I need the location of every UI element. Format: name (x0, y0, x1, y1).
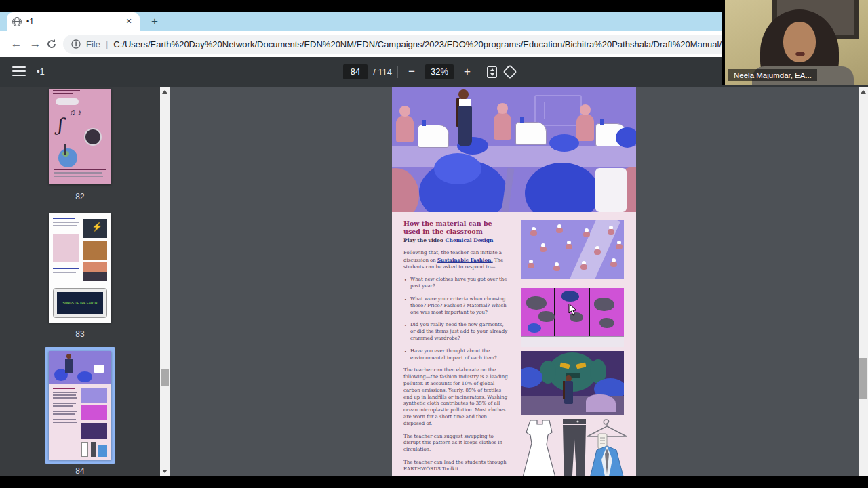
cloud-shape (56, 98, 79, 105)
thumb-decor (53, 394, 76, 396)
subheading-text: Play the video (403, 237, 445, 243)
paragraph-lead: The teacher can lead the students throug… (403, 460, 508, 473)
chemical-design-link[interactable]: Chemical Design (445, 237, 493, 243)
page-total: / 114 (373, 67, 392, 77)
mini-dress (81, 442, 88, 457)
mouse-cursor-icon (568, 303, 578, 319)
cloth-shape (526, 296, 547, 310)
url-scheme: File (86, 39, 100, 49)
thumbnail-page-83[interactable]: ⚡ SONGS OF THE EARTH (49, 214, 111, 323)
thumb-decor (54, 169, 106, 170)
thumb-decor (53, 405, 73, 407)
thumb-decor (53, 222, 79, 223)
girl-pinafore (458, 106, 472, 146)
thumb-decor (53, 403, 76, 404)
thumbnail-label-84: 84 (49, 466, 111, 476)
thumb-decor (53, 234, 79, 262)
page-input[interactable]: 84 (343, 64, 368, 79)
article-heading: How the material can be used in the clas… (403, 220, 508, 235)
thumbnail-panel: ♫ ♪ ʃ 82 ⚡ SONGS OF THE EARTH 83 (0, 87, 160, 476)
mini-wardrobe-image (81, 405, 107, 420)
reload-icon[interactable] (43, 36, 60, 52)
cloth-shape (599, 318, 614, 328)
portrait-photo (84, 128, 102, 146)
worker-head (580, 104, 591, 115)
thumb-decor (53, 388, 75, 389)
thumb-decor (94, 365, 104, 373)
thumb-decor (53, 218, 75, 219)
zoom-in-button[interactable]: + (459, 65, 475, 79)
crowd-person (580, 261, 587, 270)
thumbnail-scrollbar[interactable] (160, 87, 170, 476)
scroll-up-icon[interactable] (861, 90, 866, 94)
url-path: C:/Users/Earth%20Day%20Network/Documents… (113, 39, 817, 49)
toolbar-divider (397, 66, 398, 78)
crowd-person (566, 241, 572, 249)
url-separator: | (106, 39, 108, 49)
machine-foreground (595, 168, 627, 212)
discussion-bullets: What new clothes have you got over the p… (403, 277, 508, 361)
cloth-pile (616, 127, 636, 148)
rotate-icon[interactable] (502, 64, 517, 79)
zoom-out-button[interactable]: − (403, 65, 420, 79)
thumbnail-page-84[interactable] (49, 351, 111, 460)
thumb-decor (53, 93, 73, 94)
girl-head (458, 89, 469, 100)
thumb-decor (53, 397, 77, 399)
thumb-decor (53, 392, 77, 393)
browser-tab[interactable]: •1 × (7, 12, 140, 30)
webcam-tile[interactable]: Neela Majumdar, EA... (722, 0, 868, 85)
main-scrollbar[interactable] (859, 87, 868, 476)
globe-icon (12, 17, 22, 26)
crowd-person (528, 260, 534, 268)
work-table (392, 146, 636, 167)
fit-to-page-icon[interactable] (487, 66, 497, 78)
zoom-input[interactable]: 32% (425, 64, 454, 79)
crowd-person (530, 227, 537, 236)
worker-figure (576, 114, 594, 141)
sustainable-fashion-link[interactable]: Sustainable Fashion, (437, 257, 493, 263)
rock-shape (586, 394, 616, 412)
thumb-decor (53, 413, 75, 415)
scrollbar-thumb[interactable] (161, 369, 169, 386)
mini-pants (91, 442, 96, 457)
bullet-item: What new clothes have you got over the p… (403, 277, 508, 290)
scroll-down-icon[interactable] (162, 470, 167, 473)
participant-face (783, 22, 816, 62)
sewing-machine (418, 125, 449, 148)
paragraph-swap: The teacher can suggest swapping to disr… (403, 434, 508, 453)
tab-title: •1 (26, 17, 119, 26)
tab-close-icon[interactable]: × (123, 16, 134, 27)
thumb-decor (65, 359, 73, 373)
scroll-up-icon[interactable] (162, 90, 167, 94)
jacket-icon (588, 446, 626, 476)
crowd-person (608, 226, 614, 235)
menu-icon[interactable] (12, 66, 26, 77)
thumbnail-label-82: 82 (49, 192, 111, 201)
pdf-title: •1 (37, 66, 45, 77)
forward-icon[interactable]: → (27, 36, 43, 52)
music-notes: ♫ ♪ (69, 108, 81, 117)
scrollbar-thumb[interactable] (859, 358, 867, 399)
thumb-decor (53, 225, 77, 226)
worker-figure (396, 115, 414, 142)
intro-paragraph: Following that, the teacher can initiate… (403, 250, 508, 270)
new-tab-button[interactable]: + (148, 15, 161, 28)
sunset-image (83, 262, 107, 281)
thumb-decor (53, 272, 76, 273)
pdf-page: How the material can be used in the clas… (392, 87, 636, 476)
back-icon[interactable]: ← (8, 36, 24, 52)
thumbnail-page-82[interactable]: ♫ ♪ ʃ (49, 89, 111, 184)
article-subheading: Play the video Chemical Design (403, 237, 508, 244)
bullet-item: What were your criteria when choosing th… (403, 296, 508, 316)
paragraph-elaborate: The teacher can then elaborate on the fo… (403, 367, 508, 427)
participant-mouth (795, 52, 805, 56)
crowd-person (556, 224, 563, 233)
mini-jacket (98, 445, 107, 457)
cloth-monster-image (521, 351, 624, 415)
crowd-person (610, 258, 617, 267)
crumpled-clothes (521, 336, 624, 347)
mini-crowd-image (81, 388, 107, 403)
video-screen: SONGS OF THE EARTH (57, 292, 103, 314)
crowd-person (616, 241, 623, 249)
